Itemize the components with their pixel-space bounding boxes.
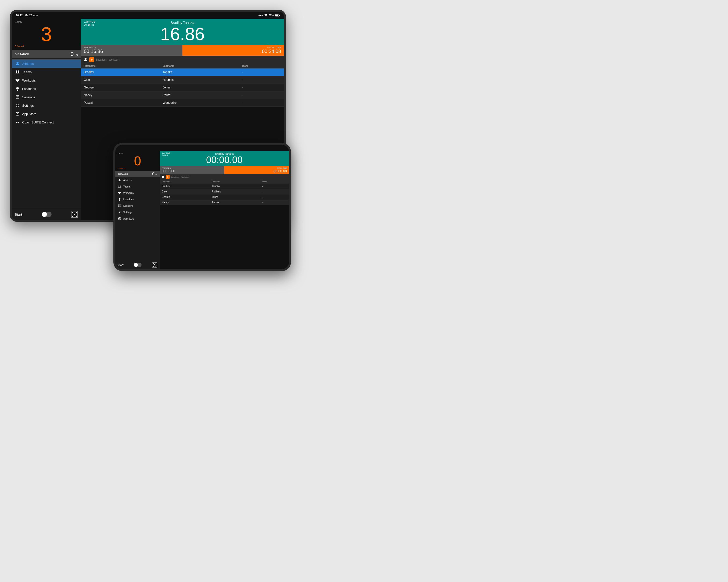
iphone-person-icon bbox=[118, 178, 121, 182]
sidebar-item-athletes[interactable]: Athletes bbox=[12, 59, 81, 68]
ipad-person-icon-toolbar bbox=[84, 58, 87, 62]
sidebar-settings-label: Settings bbox=[22, 104, 34, 107]
iphone-cell-tm-1: - bbox=[262, 190, 287, 193]
iphone-cell-tm-3: - bbox=[262, 201, 287, 204]
iphone-sidebar-appstore[interactable]: A App Store bbox=[115, 215, 160, 222]
iphone-total-time: 00:00.00 bbox=[274, 169, 287, 173]
svg-point-4 bbox=[16, 71, 17, 72]
iphone-col-firstname: Firstname bbox=[162, 181, 212, 183]
sidebar-sessions-label: Sessions bbox=[22, 95, 35, 99]
iphone-timer-header: LAP TIME 00:00 Bradley Tanaka 00:00.00 bbox=[160, 151, 289, 166]
ipad-table-row[interactable]: George Jones - bbox=[81, 84, 284, 91]
sidebar-item-connect[interactable]: CoachSUITE Connect bbox=[12, 118, 81, 127]
sidebar-item-appstore[interactable]: A App Store bbox=[12, 110, 81, 118]
iphone-location-filter[interactable]: Location - bbox=[171, 176, 180, 178]
iphone-qr-icon[interactable] bbox=[152, 262, 157, 268]
sidebar-item-sessions[interactable]: Sessions bbox=[12, 93, 81, 101]
ipad-cell-team-0: - bbox=[242, 71, 281, 74]
iphone-locations-label: Locations bbox=[123, 198, 134, 201]
ipad-cell-lastname-4: Wunderlich bbox=[163, 101, 242, 105]
iphone-total-label: TOTAL TIME bbox=[277, 167, 287, 169]
ipad-previous-label: PREVIOUS bbox=[84, 46, 180, 49]
iphone-bottom-controls: Start bbox=[115, 261, 160, 269]
ipad-bottom-controls: Start bbox=[12, 209, 81, 220]
svg-point-5 bbox=[18, 71, 19, 72]
sidebar-item-workouts[interactable]: Workouts bbox=[12, 76, 81, 84]
iphone-cell-fn-3: Nancy bbox=[162, 201, 212, 204]
svg-text:A: A bbox=[119, 218, 120, 220]
iphone-heart-icon bbox=[118, 191, 121, 195]
iphone-workout-dash: - bbox=[189, 176, 190, 178]
ipad-cell-lastname-0: Tanaka bbox=[163, 71, 242, 74]
iphone-table-row[interactable]: George Jones - bbox=[160, 194, 289, 200]
ipad-cell-lastname-2: Jones bbox=[163, 86, 242, 89]
iphone-previous-panel: PREVIOUS 00:00.00 bbox=[160, 166, 224, 174]
ipad-table-row[interactable]: Pascal Wunderlich - bbox=[81, 99, 284, 107]
iphone-add-athlete-button[interactable]: + bbox=[166, 175, 170, 179]
appstore-icon: A bbox=[15, 112, 20, 116]
ipad-location-filter-dash: - bbox=[106, 58, 107, 61]
ipad-time-row: PREVIOUS 00:16.86 TOTAL TIME 00:24.08 bbox=[81, 45, 284, 56]
iphone-sidebar-teams[interactable]: Teams bbox=[115, 183, 160, 190]
iphone-table-row[interactable]: Nancy Parker - bbox=[160, 200, 289, 205]
sidebar-item-teams[interactable]: Teams bbox=[12, 68, 81, 76]
svg-point-3 bbox=[17, 62, 19, 64]
iphone-sidebar-workouts[interactable]: Workouts bbox=[115, 190, 160, 196]
ipad-location-filter[interactable]: Location - bbox=[96, 58, 107, 61]
ipad-table-row[interactable]: Cleo Robbins - bbox=[81, 76, 284, 84]
sidebar-item-settings[interactable]: Settings bbox=[12, 101, 81, 110]
iphone-sidebar-locations[interactable]: Locations bbox=[115, 196, 160, 202]
teams-icon bbox=[15, 70, 20, 74]
iphone-athletes-label: Athletes bbox=[123, 179, 132, 182]
ipad-cell-firstname-1: Cleo bbox=[84, 78, 163, 82]
iphone-table-header: Firstname Lastname Team bbox=[160, 180, 289, 184]
iphone-teams-label: Teams bbox=[123, 185, 130, 188]
iphone-sidebar-settings[interactable]: Settings bbox=[115, 209, 160, 215]
iphone-sidebar-sessions[interactable]: Sessions bbox=[115, 202, 160, 209]
iphone-athlete-section: + Location - Workout - Firstname Lastnam… bbox=[160, 174, 289, 269]
ipad-date: Ma 23 nov. bbox=[25, 14, 38, 17]
ipad-add-athlete-button[interactable]: + bbox=[89, 57, 94, 62]
iphone-sidebar: LAPS 0 0 from 0 DISTANCE 0 m bbox=[115, 151, 160, 269]
sidebar-workouts-label: Workouts bbox=[22, 79, 36, 82]
svg-point-14 bbox=[16, 122, 17, 123]
ipad-col-team: Team bbox=[242, 64, 281, 67]
ipad-total-time: 00:24.08 bbox=[262, 49, 281, 54]
iphone-table-row[interactable]: Bradley Tanaka - bbox=[160, 184, 289, 189]
iphone-main-time: 00:00.00 bbox=[206, 155, 242, 165]
iphone-cell-tm-2: - bbox=[262, 196, 287, 198]
iphone-workouts-label: Workouts bbox=[123, 192, 134, 194]
svg-point-15 bbox=[18, 122, 19, 123]
svg-rect-1 bbox=[279, 15, 280, 16]
ipad-sidebar: LAPS 3 0 from 0 DISTANCE 0 m bbox=[12, 19, 81, 220]
ipad-qr-icon[interactable] bbox=[71, 211, 78, 218]
ipad-cell-lastname-3: Parker bbox=[163, 93, 242, 97]
ipad-workout-filter[interactable]: Workout - bbox=[109, 58, 120, 61]
ipad-table-row[interactable]: Bradley Tanaka - bbox=[81, 68, 284, 76]
ipad-athlete-toolbar: + Location - Workout - bbox=[81, 56, 284, 63]
iphone-sidebar-athletes[interactable]: Athletes bbox=[115, 177, 160, 183]
ipad-battery-icon bbox=[275, 14, 280, 17]
ipad-time: 16:12 bbox=[16, 14, 23, 17]
sidebar-item-locations[interactable]: Locations bbox=[12, 84, 81, 93]
ipad-laps-number: 3 bbox=[15, 24, 78, 44]
iphone-distance-unit: m bbox=[156, 173, 158, 176]
svg-point-20 bbox=[119, 198, 121, 200]
iphone-cell-tm-0: - bbox=[262, 185, 287, 188]
ipad-main-time: 16.86 bbox=[160, 25, 205, 43]
ipad-wifi-icon bbox=[264, 14, 267, 17]
ipad-workout-filter-dash: - bbox=[119, 58, 120, 61]
ipad-toggle[interactable] bbox=[42, 212, 52, 217]
sidebar-locations-label: Locations bbox=[22, 87, 36, 91]
iphone-table-row[interactable]: Cleo Robbins - bbox=[160, 189, 289, 194]
iphone-content: LAPS 0 0 from 0 DISTANCE 0 m bbox=[115, 151, 289, 269]
iphone-workout-filter[interactable]: Workout - bbox=[181, 176, 190, 178]
iphone-toggle[interactable] bbox=[134, 263, 141, 267]
ipad-lap-time-label: LAP TIME bbox=[84, 21, 95, 23]
iphone-gear-icon bbox=[118, 211, 121, 214]
ipad-lap-time-value: 00:16.86 bbox=[84, 23, 95, 26]
iphone-toggle-knob bbox=[134, 263, 138, 267]
iphone-pin-icon bbox=[118, 198, 121, 201]
ipad-table-row[interactable]: Nancy Parker - bbox=[81, 91, 284, 99]
svg-rect-2 bbox=[276, 15, 278, 16]
